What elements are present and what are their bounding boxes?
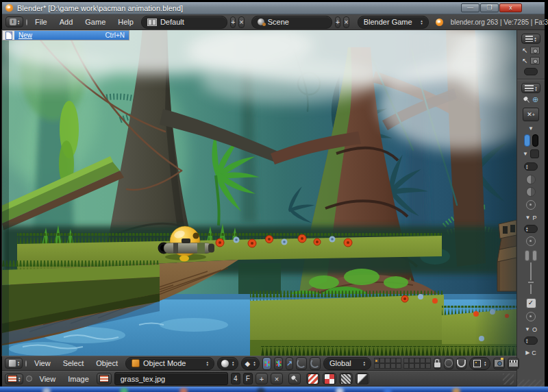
manipulator-toggle-button[interactable]	[262, 357, 271, 370]
menu-view-image[interactable]: View	[35, 373, 61, 384]
title-bar[interactable]: Blender* [D:\game work\pacman animation.…	[2, 2, 545, 14]
panel-header-p[interactable]: ▼ P	[525, 215, 537, 221]
editor-type-info-button[interactable]: i ▴▾	[5, 16, 23, 27]
image-name-field[interactable]: grass_tex.jpg	[114, 372, 228, 385]
sphere-toggle-button[interactable]	[526, 187, 536, 197]
render-opengl-button[interactable]	[493, 358, 505, 369]
image-users-badge[interactable]: 4	[231, 373, 240, 384]
close-button[interactable]: x	[499, 3, 522, 12]
area-split-divider[interactable]	[517, 79, 545, 79]
lock-to-scene-button[interactable]	[434, 358, 441, 369]
panel-collapse-icon[interactable]: ▼	[523, 151, 528, 157]
menu-select[interactable]: Select	[58, 358, 89, 369]
layer-cell[interactable]	[425, 363, 431, 369]
layer-cell[interactable]	[374, 358, 379, 363]
panel-header-o[interactable]: ▼ O	[525, 326, 537, 333]
pin-image-button[interactable]	[288, 373, 301, 384]
add-layout-button[interactable]: +	[230, 16, 236, 28]
menu-image[interactable]: Image	[63, 373, 94, 384]
menu-add[interactable]: Add	[55, 16, 78, 27]
area-resize-corner[interactable]	[503, 373, 514, 384]
screen-layout-selector[interactable]: Default	[141, 16, 227, 29]
layer-cell[interactable]	[420, 358, 425, 363]
properties-tab-button[interactable]: ✕+	[523, 108, 539, 121]
editor-type-3dview-button[interactable]: ▴▾	[5, 358, 23, 369]
layer-cell[interactable]	[403, 358, 409, 363]
viewport-shading-selector[interactable]: ▴▾	[217, 357, 238, 370]
render-engine-selector[interactable]: Blender Game ▴▾	[358, 16, 429, 29]
header-collapse-icon[interactable]	[26, 19, 27, 25]
new-image-button[interactable]: +	[256, 373, 268, 384]
remove-layout-button[interactable]: ×	[238, 16, 244, 28]
layer-cell[interactable]	[409, 358, 414, 363]
scale-manipulator-button[interactable]	[296, 357, 307, 370]
menu-object[interactable]: Object	[91, 358, 123, 369]
layer-cell[interactable]	[385, 358, 390, 363]
uv-checker-button[interactable]	[323, 373, 336, 384]
restrict-select-icon[interactable]: ↖	[522, 58, 527, 64]
menu-view[interactable]: View	[29, 358, 55, 369]
outliner-row[interactable]: ↖	[522, 47, 539, 54]
header-collapse-icon[interactable]	[25, 360, 27, 367]
restrict-select-icon[interactable]: ↖	[522, 47, 527, 54]
rotate-manipulator-button[interactable]: ↗	[286, 357, 293, 370]
sphere-toggle-button[interactable]	[526, 175, 536, 184]
outliner-toggle[interactable]	[524, 68, 538, 75]
snap-toggle-button[interactable]	[456, 358, 466, 369]
editor-type-image-button[interactable]: ▴▾	[5, 373, 23, 384]
render-opengl-anim-button[interactable]	[508, 358, 519, 369]
slider-widget[interactable]	[525, 250, 537, 294]
windows-taskbar[interactable]	[0, 387, 548, 392]
layer-cell[interactable]	[409, 363, 414, 369]
layer-cell[interactable]	[396, 358, 401, 363]
scene-globe-icon[interactable]: ⊕	[532, 96, 538, 103]
checkbox-checked[interactable]: ✓	[526, 298, 536, 308]
toggle-pill-active[interactable]	[524, 134, 530, 147]
header-collapse-icon[interactable]	[26, 376, 32, 382]
gradient-display-button[interactable]	[356, 373, 369, 384]
layer-cell[interactable]	[374, 363, 379, 369]
panel-collapse-icon[interactable]: ▼	[528, 126, 534, 132]
layer-cell[interactable]	[425, 358, 431, 363]
layer-cell[interactable]	[385, 363, 390, 369]
minimize-button[interactable]: —	[461, 3, 480, 12]
panel-header-c[interactable]: ▶ C	[525, 350, 536, 356]
layer-cell[interactable]	[379, 363, 385, 369]
pin-icon[interactable]	[522, 95, 532, 104]
radio-button[interactable]	[526, 236, 536, 246]
menu-help[interactable]: Help	[113, 16, 138, 27]
transform-orientation-selector[interactable]: Global ▴▾	[323, 357, 371, 370]
paint-mode-button[interactable]	[306, 373, 320, 384]
add-scene-button[interactable]: +	[335, 16, 340, 28]
editor-type-outliner-button[interactable]: ▴▾	[521, 34, 540, 44]
swatch-button[interactable]	[530, 149, 539, 158]
editor-type-properties-button[interactable]: ▴▾	[521, 83, 540, 93]
value-stepper[interactable]: ▴▾	[524, 225, 538, 233]
layers-widget[interactable]	[374, 358, 431, 369]
layer-cell[interactable]	[396, 363, 401, 369]
layer-cell[interactable]	[420, 363, 425, 369]
menu-game[interactable]: Game	[80, 16, 110, 27]
layer-cell[interactable]	[379, 358, 385, 363]
menu-file[interactable]: File	[30, 16, 52, 27]
layer-cell[interactable]	[390, 358, 396, 363]
maximize-button[interactable]: ❐	[480, 3, 499, 12]
restrict-render-icon[interactable]	[530, 57, 540, 64]
restrict-render-icon[interactable]	[530, 47, 540, 54]
mask-mode-button[interactable]	[339, 373, 353, 384]
translate-manipulator-button[interactable]	[274, 357, 283, 370]
outliner-row[interactable]: ↖	[522, 57, 539, 64]
unlink-image-button[interactable]: ×	[271, 373, 283, 384]
value-stepper[interactable]: ▴▾	[524, 336, 538, 345]
mode-selector[interactable]: Object Mode ▴▾	[125, 357, 214, 370]
radio-button[interactable]	[526, 200, 536, 210]
scale-manipulator-button-2[interactable]	[310, 357, 321, 370]
menu-item-new[interactable]: New Ctrl+N	[14, 31, 129, 40]
value-stepper[interactable]: ▴▾	[524, 162, 538, 171]
pivot-point-selector[interactable]: ◆ ▴▾	[241, 357, 260, 370]
3d-viewport[interactable]	[2, 30, 516, 356]
remove-scene-button[interactable]: ×	[343, 16, 349, 28]
proportional-edit-button[interactable]	[444, 358, 453, 369]
layer-cell[interactable]	[414, 358, 420, 363]
radio-button[interactable]	[526, 312, 536, 321]
